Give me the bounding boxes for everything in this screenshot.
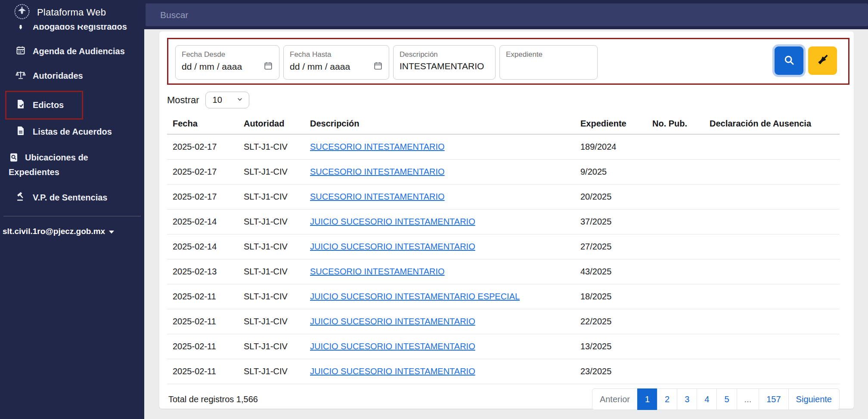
edicto-link[interactable]: SUCESORIO INTESTAMENTARIO xyxy=(310,192,445,201)
search-icon xyxy=(783,54,796,68)
page-size-select[interactable]: 10 xyxy=(205,92,249,108)
edicto-link[interactable]: JUICIO SUCESORIO INTESTAMENTARIO xyxy=(310,242,475,251)
page-2[interactable]: 2 xyxy=(657,388,677,410)
declaracion-cell xyxy=(704,259,840,284)
page-3[interactable]: 3 xyxy=(677,388,697,410)
edicto-link[interactable]: JUICIO SUCESORIO INTESTAMENTARIO xyxy=(310,367,475,376)
page-5[interactable]: 5 xyxy=(716,388,737,410)
expediente-cell: 23/2025 xyxy=(575,359,647,384)
descripcion-cell: JUICIO SUCESORIO INTESTAMENTARIO xyxy=(304,210,575,234)
declaracion-cell xyxy=(704,210,840,234)
page-siguiente[interactable]: Siguiente xyxy=(788,388,840,410)
no-pub-cell xyxy=(647,134,704,160)
clear-filters-button[interactable] xyxy=(808,46,837,75)
gavel-icon xyxy=(16,191,26,204)
fecha-cell: 2025-02-14 xyxy=(167,234,238,259)
table-row: 2025-02-14SLT-J1-CIVJUICIO SUCESORIO INT… xyxy=(167,234,840,259)
sidebar-item-listas-de-acuerdos[interactable]: Listas de Acuerdos xyxy=(0,120,144,144)
no-pub-cell xyxy=(647,284,704,309)
edicto-link[interactable]: SUCESORIO INTESTAMENTARIO xyxy=(310,142,445,151)
autoridad-cell: SLT-J1-CIV xyxy=(238,160,304,185)
table-row: 2025-02-11SLT-J1-CIVJUICIO SUCESORIO INT… xyxy=(167,359,840,384)
edicto-link[interactable]: SUCESORIO INTESTAMENTARIO xyxy=(310,267,445,276)
fecha-cell: 2025-02-11 xyxy=(167,334,238,359)
declaracion-cell xyxy=(704,185,840,210)
declaracion-cell xyxy=(704,160,840,185)
main-area: Fecha Desde dd / mm / aaaa xyxy=(144,0,868,419)
edictos-table-body: 2025-02-17SLT-J1-CIVSUCESORIO INTESTAMEN… xyxy=(167,134,840,384)
declaracion-cell xyxy=(704,234,840,259)
descripcion-field[interactable]: Descripción INTESTAMENTARIO xyxy=(393,45,496,80)
sidebar-item-ubicaciones-de-expedientes[interactable]: Ubicaciones de Expedientes xyxy=(0,144,133,185)
calendar-icon[interactable] xyxy=(264,61,273,72)
table-row: 2025-02-11SLT-J1-CIVJUICIO SUCESORIO INT… xyxy=(167,284,840,309)
edicto-link[interactable]: JUICIO SUCESORIO INTESTAMENTARIO xyxy=(310,217,475,226)
autoridad-cell: SLT-J1-CIV xyxy=(238,185,304,210)
descripcion-cell: SUCESORIO INTESTAMENTARIO xyxy=(304,259,575,284)
no-pub-cell xyxy=(647,185,704,210)
edicto-link[interactable]: JUICIO SUCESORIO INTESTAMENTARIO xyxy=(310,342,475,351)
autoridad-cell: SLT-J1-CIV xyxy=(238,309,304,334)
calendar-icon[interactable] xyxy=(373,61,383,72)
fecha-hasta-field[interactable]: Fecha Hasta dd / mm / aaaa xyxy=(283,45,389,80)
edicto-link[interactable]: JUICIO SUCESORIO INTESTAMENTARIO xyxy=(310,317,475,326)
page-size-value: 10 xyxy=(213,95,222,105)
user-dropdown[interactable]: slt.civil.1ro@pjecz.gob.mx xyxy=(0,216,144,236)
table-row: 2025-02-14SLT-J1-CIVJUICIO SUCESORIO INT… xyxy=(167,210,840,234)
search-button[interactable] xyxy=(775,46,803,75)
user-email: slt.civil.1ro@pjecz.gob.mx xyxy=(3,227,105,236)
pagination: Anterior12345...157Siguiente xyxy=(592,388,840,410)
chevron-down-icon xyxy=(236,95,243,105)
sidebar: Plataforma Web Abogados Registrados Agen… xyxy=(0,0,144,419)
no-pub-cell xyxy=(647,160,704,185)
page-size-row: Mostrar 10 xyxy=(167,92,849,108)
page-anterior: Anterior xyxy=(592,388,638,410)
sidebar-item-agenda-de-audiencias[interactable]: Agenda de Audiencias xyxy=(0,39,144,64)
page-4[interactable]: 4 xyxy=(697,388,717,410)
chevron-down-icon xyxy=(109,231,114,234)
descripcion-cell: JUICIO SUCESORIO INTESTAMENTARIO xyxy=(304,334,575,359)
fecha-desde-field[interactable]: Fecha Desde dd / mm / aaaa xyxy=(175,45,279,80)
sidebar-item-edictos[interactable]: Edictos xyxy=(6,92,82,118)
judicial-seal-icon xyxy=(14,3,30,22)
edicto-link[interactable]: JUICIO SUCESORIO INTESTAMENTARIO ESPECIA… xyxy=(310,292,520,301)
col-header-no-pub: No. Pub. xyxy=(647,114,704,134)
page-1[interactable]: 1 xyxy=(637,388,657,410)
descripcion-cell: JUICIO SUCESORIO INTESTAMENTARIO xyxy=(304,359,575,384)
page-157[interactable]: 157 xyxy=(759,388,788,410)
mostrar-label: Mostrar xyxy=(167,95,199,106)
sidebar-nav: Abogados Registrados Agenda de Audiencia… xyxy=(0,15,144,210)
fecha-cell: 2025-02-17 xyxy=(167,160,238,185)
fecha-cell: 2025-02-11 xyxy=(167,359,238,384)
col-header-autoridad: Autoridad xyxy=(238,114,304,134)
descripcion-cell: SUCESORIO INTESTAMENTARIO xyxy=(304,134,575,160)
no-pub-cell xyxy=(647,234,704,259)
descripcion-cell: SUCESORIO INTESTAMENTARIO xyxy=(304,160,575,185)
sidebar-item-label: Autoridades xyxy=(33,71,83,81)
edicto-link[interactable]: SUCESORIO INTESTAMENTARIO xyxy=(310,167,445,176)
table-footer: Total de registros 1,566 Anterior12345..… xyxy=(167,388,840,410)
sidebar-item-label: V.P. de Sentencias xyxy=(33,193,107,203)
no-pub-cell xyxy=(647,259,704,284)
table-row: 2025-02-13SLT-J1-CIVSUCESORIO INTESTAMEN… xyxy=(167,259,840,284)
content: Fecha Desde dd / mm / aaaa xyxy=(144,29,868,419)
expediente-field[interactable]: Expediente xyxy=(499,45,598,80)
global-search-input[interactable] xyxy=(146,3,868,26)
col-header-declaracion-de-ausencia: Declaración de Ausencia xyxy=(704,114,840,134)
descripcion-cell: JUICIO SUCESORIO INTESTAMENTARIO ESPECIA… xyxy=(304,284,575,309)
expediente-cell: 20/2025 xyxy=(575,185,647,210)
app-title: Plataforma Web xyxy=(37,7,106,18)
table-row: 2025-02-17SLT-J1-CIVSUCESORIO INTESTAMEN… xyxy=(167,134,840,160)
autoridad-cell: SLT-J1-CIV xyxy=(238,334,304,359)
expediente-cell: 13/2025 xyxy=(575,334,647,359)
fecha-cell: 2025-02-17 xyxy=(167,185,238,210)
expediente-cell: 9/2025 xyxy=(575,160,647,185)
file-check-icon xyxy=(16,99,26,111)
topbar xyxy=(144,0,868,29)
sidebar-item-autoridades[interactable]: Autoridades xyxy=(0,64,144,88)
sidebar-item-vp-de-sentencias[interactable]: V.P. de Sentencias xyxy=(0,185,144,210)
expediente-cell: 37/2025 xyxy=(575,210,647,234)
descripcion-cell: JUICIO SUCESORIO INTESTAMENTARIO xyxy=(304,234,575,259)
no-pub-cell xyxy=(647,210,704,234)
fecha-cell: 2025-02-13 xyxy=(167,259,238,284)
